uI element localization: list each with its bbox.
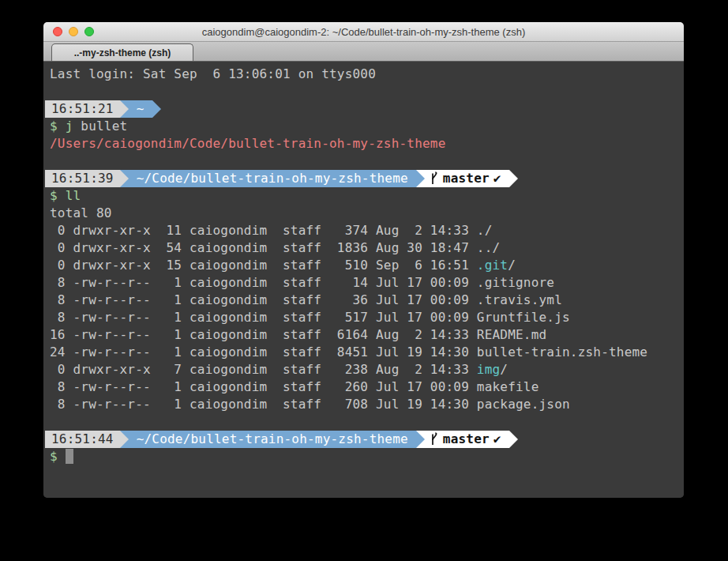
traffic-lights bbox=[53, 22, 94, 41]
command-text: j bbox=[58, 119, 73, 134]
zoom-button[interactable] bbox=[84, 27, 94, 36]
ls-row: 0 drwxr-xr-x 15 caiogondim staff 510 Sep… bbox=[50, 257, 684, 274]
prompt-char: $ bbox=[50, 119, 58, 134]
ls-row: 0 drwxr-xr-x 11 caiogondim staff 374 Aug… bbox=[50, 222, 684, 239]
prompt-time-segment: 16:51:21 bbox=[45, 100, 120, 118]
command-text: ll bbox=[58, 188, 81, 203]
powerline-arrow-icon bbox=[416, 170, 425, 187]
ls-row: 8 -rw-r--r-- 1 caiogondim staff 14 Jul 1… bbox=[50, 274, 684, 292]
ls-row: 8 -rw-r--r-- 1 caiogondim staff 260 Jul … bbox=[50, 378, 684, 396]
window-title: caiogondim@caiogondim-2: ~/Code/bullet-t… bbox=[202, 26, 526, 38]
prompt-line-1: 16:51:21 ~ bbox=[45, 100, 684, 118]
tab-label: ..-my-zsh-theme (zsh) bbox=[74, 47, 171, 58]
output-path-line: /Users/caiogondim/Code/bullet-train-oh-m… bbox=[50, 135, 684, 152]
powerline-arrow-icon bbox=[152, 100, 161, 118]
git-clean-check-icon: ✔ bbox=[493, 170, 501, 187]
prompt-time-segment: 16:51:44 bbox=[45, 431, 120, 448]
ls-row: 24 -rw-r--r-- 1 caiogondim staff 8451 Ju… bbox=[50, 344, 684, 361]
prompt-time-segment: 16:51:39 bbox=[45, 170, 120, 187]
powerline-arrow-icon bbox=[509, 431, 518, 448]
terminal-screen[interactable]: Last login: Sat Sep 6 13:06:01 on ttys00… bbox=[43, 62, 684, 498]
minimize-button[interactable] bbox=[69, 27, 78, 36]
git-clean-check-icon: ✔ bbox=[493, 431, 501, 448]
directory-name: .git bbox=[477, 258, 508, 273]
command-line-1: $ j bullet bbox=[50, 118, 684, 135]
powerline-arrow-icon bbox=[120, 100, 129, 118]
prompt-line-3: 16:51:44 ~/Code/bullet-train-oh-my-zsh-t… bbox=[45, 431, 684, 448]
prompt-dir-segment: ~/Code/bullet-train-oh-my-zsh-theme bbox=[129, 170, 416, 187]
ls-row: 16 -rw-r--r-- 1 caiogondim staff 6164 Au… bbox=[50, 326, 684, 344]
git-branch-name: master bbox=[443, 170, 490, 187]
ls-row: 8 -rw-r--r-- 1 caiogondim staff 36 Jul 1… bbox=[50, 292, 684, 309]
prompt-git-segment: master ✔ bbox=[425, 170, 509, 187]
blank-line bbox=[50, 413, 684, 431]
prompt-dir-segment: ~/Code/bullet-train-oh-my-zsh-theme bbox=[129, 431, 416, 448]
powerline-arrow-icon bbox=[416, 431, 425, 448]
text-cursor bbox=[66, 449, 73, 464]
git-branch-name: master bbox=[443, 431, 490, 448]
desktop-background: caiogondim@caiogondim-2: ~/Code/bullet-t… bbox=[0, 0, 728, 561]
prompt-git-segment: master ✔ bbox=[425, 431, 509, 448]
powerline-arrow-icon bbox=[120, 431, 129, 448]
title-bar[interactable]: caiogondim@caiogondim-2: ~/Code/bullet-t… bbox=[43, 22, 684, 42]
command-args: bullet bbox=[73, 119, 128, 134]
blank-line bbox=[50, 83, 684, 100]
git-branch-icon bbox=[430, 432, 439, 446]
blank-line bbox=[50, 152, 684, 170]
powerline-arrow-icon bbox=[120, 170, 129, 187]
ls-row: 8 -rw-r--r-- 1 caiogondim staff 708 Jul … bbox=[50, 396, 684, 413]
directory-name: img bbox=[477, 362, 501, 377]
powerline-arrow-icon bbox=[509, 170, 518, 187]
command-line-2: $ ll bbox=[50, 187, 684, 205]
ls-row: 8 -rw-r--r-- 1 caiogondim staff 517 Jul … bbox=[50, 309, 684, 326]
git-branch-icon bbox=[430, 171, 439, 186]
ls-row: 0 drwxr-xr-x 7 caiogondim staff 238 Aug … bbox=[50, 361, 684, 378]
prompt-char: $ bbox=[50, 449, 58, 464]
prompt-char: $ bbox=[50, 188, 58, 203]
tab-active[interactable]: ..-my-zsh-theme (zsh) bbox=[51, 43, 193, 61]
terminal-window: caiogondim@caiogondim-2: ~/Code/bullet-t… bbox=[43, 22, 684, 498]
prompt-dir-segment: ~ bbox=[129, 100, 152, 118]
ls-row: 0 drwxr-xr-x 54 caiogondim staff 1836 Au… bbox=[50, 239, 684, 257]
close-button[interactable] bbox=[53, 27, 62, 36]
command-line-current[interactable]: $ bbox=[50, 448, 684, 465]
prompt-line-2: 16:51:39 ~/Code/bullet-train-oh-my-zsh-t… bbox=[45, 170, 684, 187]
tab-bar: ..-my-zsh-theme (zsh) bbox=[43, 42, 684, 62]
ls-total-line: total 80 bbox=[50, 205, 684, 222]
last-login-line: Last login: Sat Sep 6 13:06:01 on ttys00… bbox=[50, 66, 684, 83]
